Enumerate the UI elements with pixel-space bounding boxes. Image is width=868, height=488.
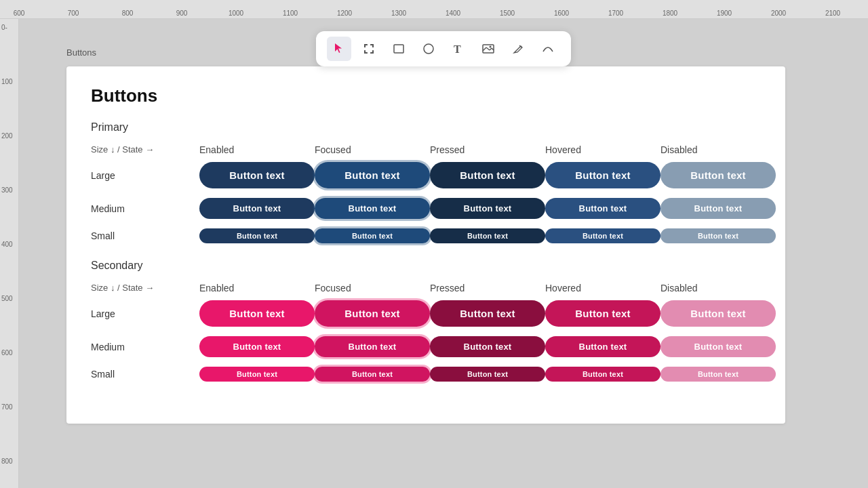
page-title: Buttons (91, 85, 761, 106)
ellipse-tool-button[interactable] (416, 37, 441, 61)
ruler-mark: 200 (1, 132, 13, 140)
rect-tool-button[interactable] (387, 37, 411, 61)
svg-rect-7 (372, 50, 374, 54)
frame-icon (362, 42, 376, 56)
frame-tool-button[interactable] (357, 37, 381, 61)
ruler-mark: 800 (1, 458, 13, 465)
primary-medium-hovered-button[interactable]: Button text (545, 198, 660, 219)
ruler-top: 600 700 800 900 1000 1100 1200 1300 1400… (0, 0, 868, 19)
disabled-header: Disabled (660, 144, 776, 155)
svg-point-16 (490, 46, 492, 48)
cursor-icon (332, 42, 346, 56)
sec-pressed-header: Pressed (430, 283, 545, 293)
ruler-mark: 1900 (717, 9, 732, 17)
ruler-mark: 700 (68, 9, 79, 17)
svg-point-9 (424, 44, 433, 54)
ruler-mark: 2100 (825, 9, 840, 17)
ruler-mark: 500 (1, 295, 13, 302)
ellipse-icon (422, 42, 435, 56)
secondary-large-enabled-button[interactable]: Button text (199, 300, 315, 327)
primary-medium-enabled-button[interactable]: Button text (199, 198, 315, 219)
sec-enabled-header: Enabled (199, 283, 315, 293)
enabled-header: Enabled (199, 144, 315, 155)
curve-tool-button[interactable] (536, 37, 560, 61)
secondary-small-row: Small Button text Button text Button tex… (91, 367, 761, 382)
sec-size-label-small: Small (91, 369, 199, 380)
size-state-header: Size ↓ / State → (91, 144, 199, 155)
primary-small-focused-button[interactable]: Button text (315, 228, 430, 243)
secondary-medium-pressed-button[interactable]: Button text (430, 336, 545, 357)
primary-small-row: Small Button text Button text Button tex… (91, 228, 761, 243)
ruler-left: 0- 100 200 300 400 500 600 700 800 (0, 19, 19, 488)
sec-size-state-header: Size ↓ / State → (91, 283, 199, 293)
image-tool-button[interactable] (476, 37, 500, 61)
secondary-small-enabled-button[interactable]: Button text (199, 367, 315, 382)
hovered-header: Hovered (545, 144, 660, 155)
secondary-large-row: Large Button text Button text Button tex… (91, 300, 761, 327)
svg-line-14 (490, 48, 492, 50)
sec-size-label-medium: Medium (91, 342, 199, 352)
ruler-mark: 900 (176, 9, 188, 17)
primary-large-pressed-button[interactable]: Button text (430, 162, 545, 188)
secondary-small-hovered-button[interactable]: Button text (545, 367, 660, 382)
secondary-large-focused-button[interactable]: Button text (315, 300, 430, 327)
secondary-small-focused-button[interactable]: Button text (315, 367, 430, 382)
secondary-small-pressed-button[interactable]: Button text (430, 367, 545, 382)
sec-disabled-header: Disabled (660, 283, 776, 293)
primary-small-hovered-button[interactable]: Button text (545, 228, 660, 243)
secondary-small-disabled-button[interactable]: Button text (660, 367, 776, 382)
secondary-medium-disabled-button[interactable]: Button text (660, 336, 776, 357)
primary-large-hovered-button[interactable]: Button text (545, 162, 660, 188)
select-tool-button[interactable] (327, 37, 351, 61)
ruler-mark: 300 (1, 186, 13, 194)
toolbar: T (316, 31, 571, 66)
secondary-medium-focused-button[interactable]: Button text (315, 336, 430, 357)
svg-text:T: T (454, 43, 461, 55)
sec-focused-header: Focused (315, 283, 430, 293)
secondary-large-pressed-button[interactable]: Button text (430, 300, 545, 327)
canvas: T Buttons (19, 19, 868, 488)
ruler-mark: 1800 (663, 9, 677, 17)
size-label-large: Large (91, 170, 199, 181)
pen-tool-button[interactable] (506, 37, 530, 61)
sec-hovered-header: Hovered (545, 283, 660, 293)
ruler-mark: 600 (1, 349, 13, 357)
text-tool-button[interactable]: T (446, 37, 471, 61)
primary-grid-header: Size ↓ / State → Enabled Focused Pressed… (91, 144, 761, 155)
ruler-mark: 1500 (500, 9, 515, 17)
primary-medium-pressed-button[interactable]: Button text (430, 198, 545, 219)
ruler-mark: 800 (122, 9, 134, 17)
image-icon (481, 42, 495, 56)
ruler-mark: 700 (1, 403, 13, 411)
curve-icon (541, 42, 555, 56)
secondary-large-hovered-button[interactable]: Button text (545, 300, 660, 327)
secondary-large-disabled-button[interactable]: Button text (660, 300, 776, 327)
ruler-mark: 2000 (771, 9, 786, 17)
size-label-medium: Medium (91, 203, 199, 214)
secondary-section-title: Secondary (91, 260, 761, 272)
ruler-mark: 100 (1, 78, 13, 85)
primary-large-disabled-button[interactable]: Button text (660, 162, 776, 188)
ruler-mark: 1000 (229, 9, 243, 17)
primary-large-enabled-button[interactable]: Button text (199, 162, 315, 188)
secondary-medium-hovered-button[interactable]: Button text (545, 336, 660, 357)
primary-large-focused-button[interactable]: Button text (315, 162, 430, 188)
svg-rect-8 (394, 45, 403, 53)
primary-medium-focused-button[interactable]: Button text (315, 198, 430, 219)
ruler-mark: 1700 (608, 9, 623, 17)
pen-icon (511, 42, 525, 56)
primary-small-disabled-button[interactable]: Button text (660, 228, 776, 243)
primary-medium-row: Medium Button text Button text Button te… (91, 198, 761, 219)
ruler-mark: 1600 (554, 9, 569, 17)
focused-header: Focused (315, 144, 430, 155)
primary-medium-disabled-button[interactable]: Button text (660, 198, 776, 219)
secondary-medium-enabled-button[interactable]: Button text (199, 336, 315, 357)
sec-size-label-large: Large (91, 308, 199, 319)
primary-small-pressed-button[interactable]: Button text (430, 228, 545, 243)
svg-rect-5 (372, 44, 374, 47)
svg-line-13 (486, 47, 490, 50)
svg-rect-6 (364, 50, 366, 54)
ruler-mark: 600 (14, 9, 25, 17)
ruler-mark: 400 (1, 241, 13, 248)
primary-small-enabled-button[interactable]: Button text (199, 228, 315, 243)
